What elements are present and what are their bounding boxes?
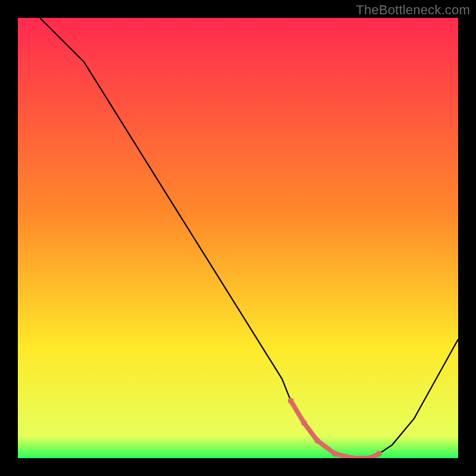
chart-svg (18, 18, 458, 458)
chart-frame: TheBottleneck.com (0, 0, 476, 476)
plot-area (18, 18, 458, 458)
optimal-range-point (288, 398, 294, 404)
watermark-text: TheBottleneck.com (356, 2, 470, 18)
optimal-range-point (301, 420, 307, 426)
optimal-range-point (332, 451, 338, 457)
optimal-range-point (314, 437, 320, 443)
optimal-range-point (376, 451, 382, 457)
gradient-background (18, 18, 458, 458)
